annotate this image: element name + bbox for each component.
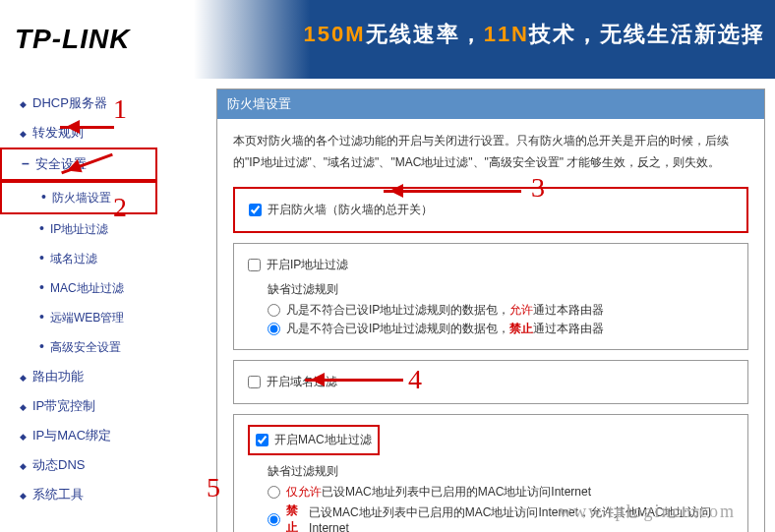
logo: TP-LINK	[0, 24, 130, 55]
ipfilter-checkbox[interactable]	[248, 259, 261, 271]
sidebar-item-routing[interactable]: 路由功能	[0, 362, 157, 391]
sidebar-item-ipmac[interactable]: IP与MAC绑定	[0, 421, 157, 450]
firewall-panel: 防火墙设置 本页对防火墙的各个过滤功能的开启与关闭进行设置。只有防火墙的总开关是…	[216, 89, 765, 532]
ipfilter-section: 开启IP地址过滤 缺省过滤规则 凡是不符合已设IP地址过滤规则的数据包，允许通过…	[233, 243, 748, 350]
arrow-4	[305, 379, 403, 382]
sidebar-item-domainfilter[interactable]: 域名过滤	[0, 244, 157, 273]
tagline: 150M无线速率，11N技术，无线生活新选择	[304, 20, 765, 49]
macfilter-label: 开启MAC地址过滤	[274, 432, 372, 448]
domainfilter-checkbox[interactable]	[248, 376, 261, 388]
macfilter-deny-radio[interactable]	[268, 513, 280, 526]
macfilter-rule-label: 缺省过滤规则	[268, 463, 734, 480]
ipfilter-deny-radio[interactable]	[268, 323, 280, 335]
sidebar-item-dhcp[interactable]: DHCP服务器	[0, 89, 157, 118]
firewall-toggle-label: 开启防火墙（防火墙的总开关）	[268, 202, 433, 218]
main-container: DHCP服务器 转发规则 安全设置 防火墙设置 IP地址过滤 域名过滤 MAC地…	[0, 79, 775, 532]
firewall-toggle-checkbox[interactable]	[249, 204, 262, 216]
panel-body: 本页对防火墙的各个过滤功能的开启与关闭进行设置。只有防火墙的总开关是开启的时候，…	[217, 119, 764, 532]
ipfilter-label: 开启IP地址过滤	[267, 257, 348, 273]
sidebar-item-advsec[interactable]: 高级安全设置	[0, 332, 157, 362]
macfilter-allow-radio[interactable]	[268, 486, 280, 499]
panel-title: 防火墙设置	[217, 89, 764, 119]
content: 防火墙设置 本页对防火墙的各个过滤功能的开启与关闭进行设置。只有防火墙的总开关是…	[157, 79, 775, 532]
description: 本页对防火墙的各个过滤功能的开启与关闭进行设置。只有防火墙的总开关是开启的时候，…	[233, 131, 748, 173]
watermark: www.tplogincn.com	[559, 502, 736, 522]
ipfilter-rule-label: 缺省过滤规则	[268, 281, 734, 298]
sidebar-item-remoteweb[interactable]: 远端WEB管理	[0, 303, 157, 332]
sidebar-item-macfilter[interactable]: MAC地址过滤	[0, 273, 157, 303]
header: TP-LINK 150M无线速率，11N技术，无线生活新选择	[0, 0, 775, 79]
sidebar-item-firewall[interactable]: 防火墙设置	[0, 181, 157, 214]
sidebar-item-ipfilter[interactable]: IP地址过滤	[0, 214, 157, 244]
sidebar-item-ddns[interactable]: 动态DNS	[0, 450, 157, 480]
macfilter-checkbox[interactable]	[256, 434, 268, 446]
firewall-toggle-section: 开启防火墙（防火墙的总开关）	[233, 187, 748, 233]
ipfilter-allow-radio[interactable]	[268, 304, 280, 317]
arrow-3	[384, 190, 521, 193]
arrow-1	[60, 126, 114, 129]
sidebar-item-system[interactable]: 系统工具	[0, 480, 157, 509]
sidebar-item-bandwidth[interactable]: IP带宽控制	[0, 391, 157, 421]
sidebar: DHCP服务器 转发规则 安全设置 防火墙设置 IP地址过滤 域名过滤 MAC地…	[0, 79, 157, 532]
domainfilter-label: 开启域名过滤	[267, 374, 337, 390]
